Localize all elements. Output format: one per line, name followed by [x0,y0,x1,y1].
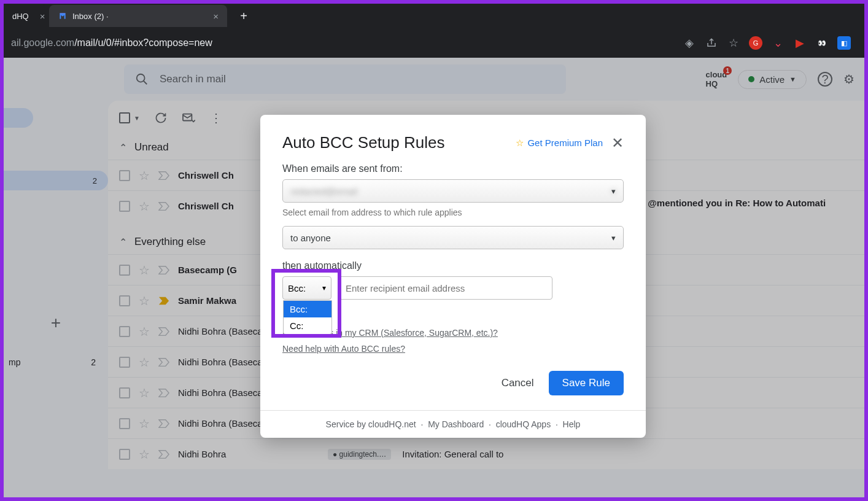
url-display[interactable]: ail.google.com/mail/u/0/#inbox?compose=n… [9,37,683,49]
from-select[interactable]: redacted@email [282,179,624,203]
dropdown-option-cc[interactable]: Cc: [284,317,331,334]
label-from: When emails are sent from: [282,163,624,174]
bcc-cc-select[interactable]: Bcc: Bcc: Cc: [282,276,331,300]
save-rule-button[interactable]: Save Rule [549,371,624,395]
browser-tab-active[interactable]: Inbox (2) · × [49,5,227,27]
modal-title: Auto BCC Setup Rules [282,133,444,152]
cloudhq-link[interactable]: cloudHQ.net [368,419,416,429]
toolbar-icons: ◈ ☆ G ⌄ ▶ 👀 ◧ [683,36,859,50]
close-icon[interactable]: × [213,11,219,21]
address-bar: ail.google.com/mail/u/0/#inbox?compose=n… [4,28,864,58]
browser-tab[interactable]: dHQ × [4,5,48,27]
close-icon[interactable]: × [40,11,45,21]
recipient-email-input[interactable]: Enter recipient email address [338,276,552,300]
star-icon[interactable]: ☆ [727,36,740,50]
auto-bcc-modal: Auto BCC Setup Rules ☆ Get Premium Plan … [260,115,646,438]
label-then: then automatically [282,260,624,271]
extension-icon[interactable]: G [749,36,762,50]
url-host: ail.google.com [11,37,74,48]
diamond-icon[interactable]: ◈ [683,36,696,50]
url-path: /mail/u/0/#inbox?compose=new [74,37,212,48]
tab-title: dHQ [12,12,29,21]
browser-chrome: dHQ × Inbox (2) · × + ail.google.com/mai… [4,4,864,58]
star-icon: ☆ [516,138,524,149]
play-icon[interactable]: ▶ [793,36,807,50]
help-link[interactable]: Help [563,419,581,429]
dashboard-link[interactable]: My Dashboard [428,419,484,429]
cancel-button[interactable]: Cancel [502,377,534,389]
extension-icon[interactable]: ◧ [837,36,851,50]
tab-title: Inbox (2) · [72,12,109,21]
extension-icon[interactable]: 👀 [815,36,829,50]
close-icon[interactable]: ✕ [611,134,624,152]
crm-help-link[interactable]: BCC address in my CRM (Salesforce, Sugar… [282,328,624,338]
dropdown-option-bcc[interactable]: Bcc: [284,301,331,317]
modal-footer: Service by cloudHQ.net · My Dashboard · … [260,410,646,438]
from-hint: Select email from address to which rule … [282,208,624,217]
share-icon[interactable] [705,36,718,50]
gmail-app: Search in mail cloudHQ1 Active ▼ ? ⚙ 2 +… [4,58,864,497]
tab-strip: dHQ × Inbox (2) · × + [4,4,864,28]
recipient-scope-select[interactable]: to anyone [282,226,624,249]
bcc-cc-dropdown: Bcc: Cc: [283,300,332,335]
rules-help-link[interactable]: Need help with Auto BCC rules? [282,344,624,354]
gmail-icon [58,11,68,21]
new-tab-button[interactable]: + [234,7,253,25]
premium-link[interactable]: ☆ Get Premium Plan [516,138,603,149]
apps-link[interactable]: cloudHQ Apps [496,419,551,429]
pocket-icon[interactable]: ⌄ [771,36,785,50]
